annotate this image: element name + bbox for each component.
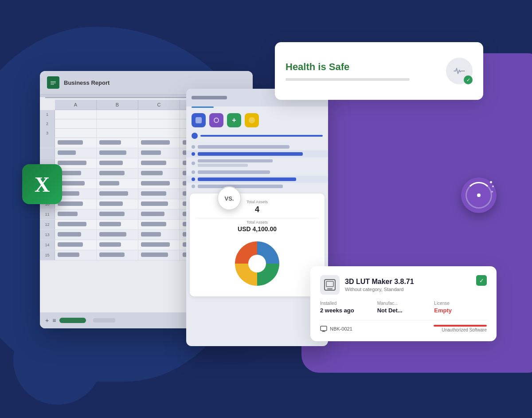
dash-btn-green[interactable]: + (227, 113, 241, 127)
license-label: License (434, 301, 487, 306)
list-item-5 (186, 176, 328, 183)
total-assets-value-2: USD 4,100.00 (196, 225, 318, 233)
list-item-2 (186, 150, 328, 158)
svg-rect-1 (51, 81, 56, 82)
heartbeat-svg (452, 64, 466, 78)
col-header-b: B (97, 100, 138, 110)
dashboard-icon-row: + (186, 110, 328, 131)
stat-license: License Empty (434, 301, 487, 314)
software-app-icon (320, 275, 340, 295)
health-monitor-icon: ✓ (446, 58, 473, 84)
spinner-center-dot (477, 193, 481, 197)
col-header-c: C (138, 100, 180, 110)
software-category: Without category, Standard (345, 287, 476, 292)
svg-rect-3 (51, 84, 54, 85)
svg-rect-2 (51, 83, 56, 83)
svg-rect-7 (327, 288, 332, 289)
dashboard-list (186, 143, 328, 190)
software-stats: Installed 2 weeks ago Manufac... Not Det… (320, 301, 487, 314)
list-item-4 (186, 169, 328, 176)
installed-label: Installed (320, 301, 373, 306)
license-value: Empty (434, 307, 487, 314)
excel-card-title: Business Report (64, 79, 110, 86)
health-content: Health is Safe (286, 61, 410, 81)
excel-tab-2 (93, 318, 115, 323)
dark-bg-blob-2 (13, 316, 102, 405)
dashboard-accent-line (192, 106, 214, 108)
software-card: 3D LUT Maker 3.8.71 Without category, St… (310, 266, 497, 341)
unauthorized-bar (434, 325, 487, 327)
dashboard-slider[interactable] (186, 131, 328, 141)
stat-installed: Installed 2 weeks ago (320, 301, 373, 314)
stat-manufacturer: Manufac... Not Det... (377, 301, 430, 314)
list-item-3 (186, 158, 328, 169)
software-title-block: 3D LUT Maker 3.8.71 Without category, St… (345, 278, 476, 292)
dash-btn-yellow[interactable] (245, 113, 259, 127)
software-check-icon: ✓ (476, 275, 487, 286)
health-card: Health is Safe ✓ (275, 42, 483, 100)
dashboard-panel: + (186, 89, 328, 346)
total-assets-label-2: Total Assets (196, 220, 318, 225)
health-check-icon: ✓ (464, 75, 473, 84)
health-title: Health is Safe (286, 61, 410, 73)
health-progress-bar (286, 78, 410, 81)
installed-value: 2 weeks ago (320, 307, 373, 314)
svg-rect-8 (321, 326, 327, 331)
health-bar-fill (286, 78, 385, 81)
software-header: 3D LUT Maker 3.8.71 Without category, St… (320, 275, 487, 295)
excel-logo: X (22, 164, 62, 204)
total-assets-value-1: 4 (196, 205, 318, 214)
software-footer: NBK-0021 Unauthorized Software (320, 320, 487, 332)
unauthorized-label: Unauthorized Software (434, 327, 487, 332)
vs-badge: VS. (217, 186, 241, 210)
pie-chart (196, 237, 318, 290)
pie-center (248, 255, 266, 272)
device-info: NBK-0021 (320, 326, 352, 332)
manufacturer-value: Not Det... (377, 307, 430, 314)
manufacturer-label: Manufac... (377, 301, 430, 306)
spinner-logo (461, 177, 497, 213)
dash-btn-blue[interactable] (192, 113, 206, 127)
slider-track (200, 135, 323, 137)
slider-thumb[interactable] (192, 133, 198, 139)
software-name: 3D LUT Maker 3.8.71 (345, 278, 476, 286)
pie-chart-svg (231, 237, 284, 290)
col-header-a: A (55, 100, 97, 110)
excel-doc-icon (47, 76, 59, 89)
dash-btn-purple[interactable] (209, 113, 223, 127)
total-assets-label-1: Total Assets (196, 200, 318, 204)
svg-rect-6 (326, 281, 333, 287)
device-label: NBK-0021 (330, 326, 352, 331)
list-item-1 (186, 143, 328, 150)
dashboard-title-placeholder (192, 96, 227, 99)
excel-sheet-tab[interactable] (59, 318, 86, 323)
list-item-6 (186, 183, 328, 190)
unauthorized-info: Unauthorized Software (434, 325, 487, 332)
monitor-icon (320, 326, 327, 332)
spinner-ring (466, 182, 492, 209)
chart-card: Total Assets 4 Total Assets USD 4,100.00 (190, 193, 325, 296)
